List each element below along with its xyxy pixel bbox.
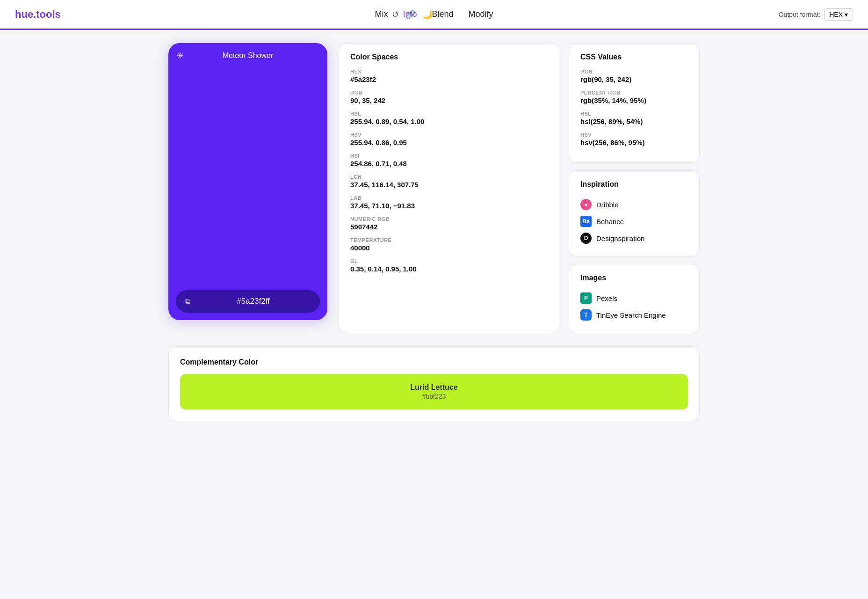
css-hsl-val: hsl(256, 89%, 54%) [580, 117, 688, 125]
inspiration-panel: Inspiration ● Dribble Bé Behance D Desig… [569, 170, 700, 256]
css-values-title: CSS Values [580, 53, 688, 61]
css-prgb-val: rgb(35%, 14%, 95%) [580, 96, 688, 104]
css-rgb-row: RGB rgb(90, 35, 242) [580, 69, 688, 83]
pexels-icon: P [580, 292, 592, 304]
css-hsl-label: HSL [580, 111, 688, 117]
hsi-val: 254.86, 0.71, 0.48 [350, 160, 548, 168]
hsi-label: HSI [350, 153, 548, 159]
color-card-header: ✳ Meteor Shower [168, 43, 327, 66]
designspiration-icon: D [580, 233, 592, 244]
behance-label: Behance [596, 218, 624, 226]
gl-row: GL 0.35, 0.14, 0.95, 1.00 [350, 258, 548, 273]
inspiration-title: Inspiration [580, 180, 688, 189]
hsl-val: 255.94, 0.89, 0.54, 1.00 [350, 117, 548, 125]
nav-mix[interactable]: Mix [375, 9, 388, 19]
complementary-title: Complementary Color [180, 358, 688, 366]
css-rgb-val: rgb(90, 35, 242) [580, 75, 688, 83]
pexels-link[interactable]: P Pexels [580, 290, 688, 307]
comp-color-hex: #bbf223 [422, 393, 446, 400]
lab-val: 37.45, 71.10, −91.83 [350, 202, 548, 210]
hsv-label: HSV [350, 132, 548, 138]
chevron-down-icon: ▾ [845, 11, 848, 18]
dribbble-label: Dribble [596, 201, 619, 209]
lab-label: LAB [350, 195, 548, 201]
hsv-row: HSV 255.94, 0.86, 0.95 [350, 132, 548, 146]
color-card: ✳ Meteor Shower ⧉ #5a23f2ff [168, 43, 327, 320]
temperature-val: 40000 [350, 244, 548, 252]
images-title: Images [580, 274, 688, 282]
hsl-label: HSL [350, 111, 548, 117]
css-rgb-label: RGB [580, 69, 688, 74]
top-section: ✳ Meteor Shower ⧉ #5a23f2ff Color Spaces… [168, 43, 700, 333]
main-content: ✳ Meteor Shower ⧉ #5a23f2ff Color Spaces… [153, 30, 715, 434]
numeric-rgb-val: 5907442 [350, 223, 548, 231]
behance-icon: Bé [580, 216, 592, 227]
css-hsv-val: hsv(256, 86%, 95%) [580, 139, 688, 146]
color-spaces-panel: Color Spaces HEX #5a23f2 RGB 90, 35, 242… [339, 43, 559, 333]
output-format-section: Output format: HEX ▾ [779, 8, 853, 21]
comp-color-name: Lurid Lettuce [410, 383, 457, 392]
complementary-swatch[interactable]: Lurid Lettuce #bbf223 [180, 374, 688, 409]
info-panels: Color Spaces HEX #5a23f2 RGB 90, 35, 242… [339, 43, 700, 333]
hsl-row: HSL 255.94, 0.89, 0.54, 1.00 [350, 111, 548, 125]
output-format-select[interactable]: HEX ▾ [824, 8, 853, 21]
lch-label: LCH [350, 174, 548, 180]
css-prgb-label: Percent RGB [580, 90, 688, 95]
hex-label: HEX [350, 69, 548, 74]
gl-label: GL [350, 258, 548, 264]
temperature-row: Temperature 40000 [350, 237, 548, 252]
temperature-label: Temperature [350, 237, 548, 243]
color-card-footer: ⧉ #5a23f2ff [176, 290, 320, 313]
output-label: Output format: [779, 11, 820, 18]
css-hsv-label: HSV [580, 132, 688, 138]
lab-row: LAB 37.45, 71.10, −91.83 [350, 195, 548, 210]
complementary-section: Complementary Color Lurid Lettuce #bbf22… [168, 346, 700, 421]
tineye-label: TinEye Search Engine [596, 311, 666, 319]
nav-blend[interactable]: Blend [432, 9, 453, 19]
color-spaces-title: Color Spaces [350, 53, 548, 61]
color-card-body [168, 66, 327, 290]
numeric-rgb-row: Numeric RGB 5907442 [350, 216, 548, 231]
dribbble-icon: ● [580, 199, 592, 210]
copy-icon[interactable]: ⧉ [185, 297, 190, 306]
rgb-val: 90, 35, 242 [350, 96, 548, 104]
right-panels: CSS Values RGB rgb(90, 35, 242) Percent … [569, 43, 700, 333]
rgb-row: RGB 90, 35, 242 [350, 90, 548, 104]
css-prgb-row: Percent RGB rgb(35%, 14%, 95%) [580, 90, 688, 104]
lch-val: 37.45, 116.14, 307.75 [350, 181, 548, 189]
nav-info[interactable]: Info [403, 9, 417, 19]
images-panel: Images P Pexels T TinEye Search Engine [569, 264, 700, 333]
tineye-link[interactable]: T TinEye Search Engine [580, 307, 688, 323]
gl-val: 0.35, 0.14, 0.95, 1.00 [350, 265, 548, 273]
color-card-title: Meteor Shower [223, 51, 274, 60]
designspiration-label: Designspiration [596, 234, 644, 242]
logo[interactable]: hue.tools [15, 8, 61, 21]
css-hsl-row: HSL hsl(256, 89%, 54%) [580, 111, 688, 125]
tineye-icon: T [580, 309, 592, 321]
hex-val: #5a23f2 [350, 75, 548, 83]
css-values-panel: CSS Values RGB rgb(90, 35, 242) Percent … [569, 43, 700, 163]
behance-link[interactable]: Bé Behance [580, 213, 688, 230]
header: hue.tools ↺ 🔗 🌙 Mix Info Blend Modify Ou… [0, 0, 868, 30]
hex-row: HEX #5a23f2 [350, 69, 548, 83]
designspiration-link[interactable]: D Designspiration [580, 230, 688, 247]
hsi-row: HSI 254.86, 0.71, 0.48 [350, 153, 548, 168]
hsv-val: 255.94, 0.86, 0.95 [350, 139, 548, 146]
sparkle-icon: ✳ [177, 51, 184, 61]
rgb-label: RGB [350, 90, 548, 95]
pexels-label: Pexels [596, 294, 617, 302]
lch-row: LCH 37.45, 116.14, 307.75 [350, 174, 548, 189]
hex-value: #5a23f2ff [196, 297, 311, 306]
css-hsv-row: HSV hsv(256, 86%, 95%) [580, 132, 688, 146]
main-nav: Mix Info Blend Modify [375, 9, 493, 19]
nav-modify[interactable]: Modify [469, 9, 493, 19]
dribbble-link[interactable]: ● Dribble [580, 196, 688, 213]
numeric-rgb-label: Numeric RGB [350, 216, 548, 222]
